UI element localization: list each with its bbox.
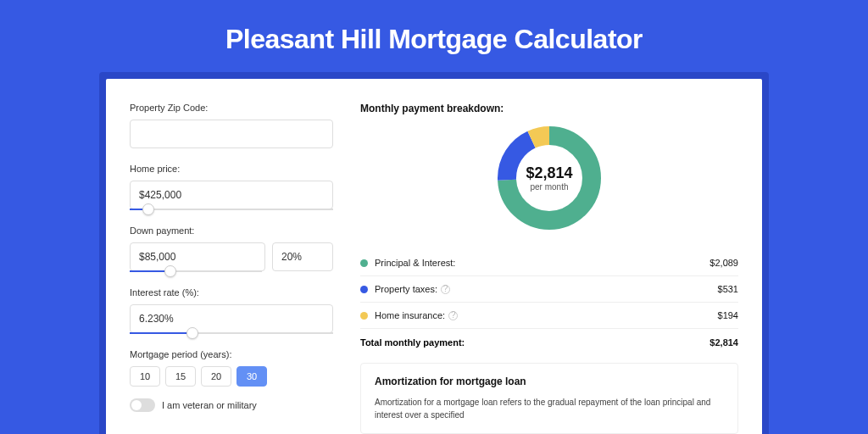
home-price-input[interactable] [130,181,333,209]
home-price-slider[interactable] [130,209,333,210]
legend-val-principal: $2,089 [709,258,738,268]
legend-val-insurance: $194 [718,310,738,320]
form-column: Property Zip Code: Home price: Down paym… [130,103,333,434]
period-pill-10[interactable]: 10 [130,366,160,387]
veteran-toggle-row: I am veteran or military [130,398,333,412]
interest-field-block: Interest rate (%): [130,287,333,334]
donut-center: $2,814 per month [496,125,603,231]
legend-label-insurance: Home insurance: [375,310,445,320]
donut-chart-wrap: $2,814 per month [360,125,738,231]
down-payment-field-block: Down payment: [130,225,333,272]
amortization-title: Amortization for mortgage loan [375,376,724,387]
donut-chart: $2,814 per month [496,125,603,231]
legend-row-insurance: Home insurance: ? $194 [360,303,738,329]
page-title: Pleasant Hill Mortgage Calculator [0,0,868,72]
legend-total-label: Total monthly payment: [360,337,465,348]
amortization-section: Amortization for mortgage loan Amortizat… [360,363,738,434]
down-payment-percent-input[interactable] [272,242,333,271]
legend-row-taxes: Property taxes: ? $531 [360,276,738,303]
breakdown-column: Monthly payment breakdown: $2,814 per mo… [360,103,738,434]
veteran-toggle-knob [131,400,142,410]
home-price-slider-handle[interactable] [142,203,154,215]
period-pills: 10 15 20 30 [130,366,333,387]
veteran-toggle[interactable] [130,398,155,412]
down-payment-label: Down payment: [130,225,333,236]
interest-slider[interactable] [130,332,333,334]
swatch-yellow-icon [360,312,368,320]
down-payment-amount-input[interactable] [130,242,265,271]
legend-label-principal: Principal & Interest: [375,258,455,268]
interest-label: Interest rate (%): [130,287,333,298]
zip-label: Property Zip Code: [130,103,333,113]
swatch-green-icon [360,259,368,267]
veteran-label: I am veteran or military [162,400,257,410]
period-pill-15[interactable]: 15 [165,366,196,387]
info-icon[interactable]: ? [441,285,450,294]
period-pill-20[interactable]: 20 [201,366,231,387]
period-label: Mortgage period (years): [130,349,333,359]
zip-input[interactable] [130,120,333,148]
calculator-card-frame: Property Zip Code: Home price: Down paym… [99,72,769,434]
legend-total-row: Total monthly payment: $2,814 [360,329,738,359]
interest-slider-handle[interactable] [186,327,198,339]
legend-label-taxes: Property taxes: [375,284,437,294]
home-price-label: Home price: [130,164,333,174]
donut-amount: $2,814 [526,164,572,182]
breakdown-title: Monthly payment breakdown: [360,103,738,114]
calculator-card: Property Zip Code: Home price: Down paym… [106,79,762,434]
period-field-block: Mortgage period (years): 10 15 20 30 [130,349,333,387]
amortization-text: Amortization for a mortgage loan refers … [375,396,724,421]
period-pill-30[interactable]: 30 [236,366,267,387]
info-icon[interactable]: ? [448,311,458,320]
down-payment-slider[interactable] [130,270,262,272]
home-price-field-block: Home price: [130,164,333,210]
legend-row-principal: Principal & Interest: $2,089 [360,250,738,276]
interest-input[interactable] [130,304,333,333]
legend-val-taxes: $531 [718,284,738,294]
donut-sub: per month [530,182,568,192]
legend-total-value: $2,814 [709,337,738,348]
down-payment-slider-handle[interactable] [164,265,176,277]
swatch-blue-icon [360,286,368,293]
zip-field-block: Property Zip Code: [130,103,333,148]
